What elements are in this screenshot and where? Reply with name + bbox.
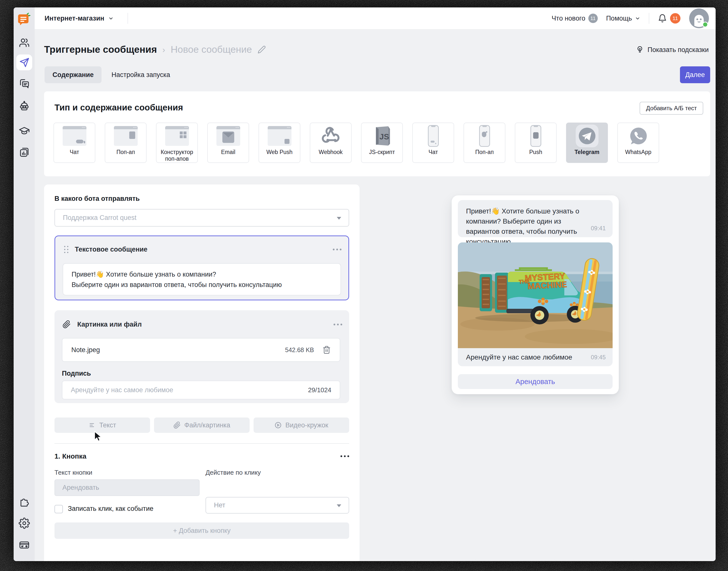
webhook-icon [320,125,342,146]
type-card-telegram[interactable]: Telegram [566,123,608,163]
type-card-popup-builder[interactable]: Конструктор поп-апов [156,123,198,163]
browser-chat-icon [63,126,87,146]
button-section-menu-icon[interactable] [341,455,349,457]
add-content-buttons: Текст Файл/картинка Видео-кружок [54,418,349,433]
breadcrumb-root[interactable]: Триггерные сообщения [44,44,157,55]
type-card-push[interactable]: Push [515,123,557,163]
sidebar-item-leads[interactable] [14,37,35,48]
type-card-email[interactable]: Email [207,123,249,163]
whats-new-label: Что нового [552,15,585,22]
notifications-badge: 11 [670,13,681,23]
avatar-icon [689,8,709,28]
type-card-js-script[interactable]: JS JS-скрипт [361,123,403,163]
trash-icon[interactable] [323,346,331,354]
bot-select-value: Поддержка Carrot quest [63,214,136,222]
tab-launch-settings[interactable]: Настройка запуска [104,67,178,83]
edit-pencil-icon[interactable] [257,45,266,54]
topbar-divider [128,13,128,24]
topbar: Интернет-магазин Что нового 11 Помощь [35,7,716,30]
message-text-input[interactable]: Привет!👋 Хотите больше узнать о компании… [63,263,341,296]
preview-message-bubble: Привет!👋 Хотите больше узнать о компании… [458,200,613,237]
block-menu-icon[interactable] [334,324,342,325]
whats-new-badge: 11 [588,14,598,23]
type-card-mobile-chat[interactable]: Чат [412,123,454,163]
tab-content[interactable]: Содержание [44,67,102,83]
whats-new-button[interactable]: Что нового 11 [552,14,598,23]
next-button[interactable]: Далее [680,67,710,83]
caption-input[interactable]: Арендуйте у нас самое любимое 29/1024 [62,380,340,399]
preview-caption-time: 09:45 [591,354,606,361]
topbar-divider [649,13,649,24]
add-file-button[interactable]: Файл/картинка [154,418,250,433]
project-name: Интернет-магазин [44,15,104,22]
text-block-title: Текстовое сообщение [75,246,147,253]
breadcrumb-current: Новое сообщение [170,44,252,55]
add-video-button[interactable]: Видео-кружок [254,418,349,433]
caret-down-icon [337,217,341,220]
notifications-button[interactable]: 11 [658,13,681,23]
chevron-down-icon [108,16,114,21]
app-window: Интернет-магазин Что нового 11 Помощь [14,7,716,561]
sidebar-item-settings[interactable] [14,518,35,529]
browser-popup-icon [114,126,138,146]
paperclip-icon [63,320,71,329]
show-hints-label: Показать подсказки [647,46,709,54]
screenshot-stage: Интернет-магазин Что нового 11 Помощь [0,0,728,571]
sidebar-item-integrations[interactable] [14,496,35,507]
user-avatar[interactable] [689,8,709,28]
message-content-panel: В какого бота отправлять Поддержка Carro… [44,185,360,561]
add-ab-test-button[interactable]: Добавить А/Б тест [640,102,703,115]
whatsapp-icon [627,125,649,147]
robot-icon [19,100,30,111]
sidebar-item-billing[interactable] [14,539,35,551]
gear-icon [19,518,30,529]
block-menu-icon[interactable] [333,249,342,250]
phone-popup-icon [479,125,490,147]
add-text-button[interactable]: Текст [54,418,150,433]
type-card-webhook[interactable]: Webhook [310,123,352,163]
add-button-button[interactable]: + Добавить кнопку [54,523,349,539]
sidebar-item-trigger-messages[interactable] [14,54,35,70]
message-text-line2: Выберите один из вариантов ответа, чтобы… [72,279,332,290]
puzzle-icon [19,496,30,507]
type-card-mobile-popup[interactable]: Поп-ап [464,123,505,163]
reports-icon [19,146,30,158]
telegram-preview-card: Привет!👋 Хотите больше узнать о компании… [452,195,619,394]
carrot-quest-logo[interactable] [17,11,32,26]
type-card-webpush[interactable]: Web Push [258,123,300,163]
type-section-title: Тип и содержание сообщения [54,103,183,112]
sidebar-item-reports[interactable] [14,146,35,158]
bot-select[interactable]: Поддержка Carrot quest [54,209,349,227]
message-text-line1: Привет!👋 Хотите больше узнать о компании… [72,269,332,279]
mystery-machine-van-image: THE MYSTERY MACHINE [458,242,613,348]
type-card-whatsapp[interactable]: WhatsApp [617,123,659,163]
sidebar-item-conversations[interactable] [14,78,35,89]
preview-action-button[interactable]: Арендовать [458,374,613,389]
text-lines-icon [88,422,96,429]
show-hints-button[interactable]: Показать подсказки [636,45,709,54]
preview-message-text: Привет!👋 Хотите больше узнать о компании… [466,206,592,247]
breadcrumb-separator: › [162,45,165,54]
button-text-input[interactable]: Арендовать [54,479,200,496]
sidebar-item-chatbot[interactable] [14,100,35,111]
file-block[interactable]: Картинка или файл Note.jpeg 542.68 KB По… [54,310,349,403]
browser-email-icon [216,126,240,146]
project-switcher[interactable]: Интернет-магазин [44,13,128,24]
type-card-chat[interactable]: Чат [53,123,95,163]
button-section-title: 1. Кнопка [54,452,87,460]
svg-text:JS: JS [379,132,389,141]
drag-handle-icon[interactable] [64,246,68,253]
track-click-checkbox[interactable] [54,505,63,513]
online-dot [703,22,708,27]
phone-chat-icon [428,125,439,147]
help-menu[interactable]: Помощь [606,15,640,22]
preview-caption-text: Арендуйте у нас самое любимое [466,353,572,361]
bell-icon [658,14,667,23]
browser-webpush-icon [268,126,291,146]
send-icon [19,57,30,68]
click-action-select[interactable]: Нет [206,497,349,513]
type-card-popup[interactable]: Поп-ап [105,123,147,163]
sidebar-item-knowledge-base[interactable] [14,125,35,137]
chevron-down-icon [635,16,640,21]
text-message-block[interactable]: Текстовое сообщение Привет!👋 Хотите боль… [54,235,349,300]
